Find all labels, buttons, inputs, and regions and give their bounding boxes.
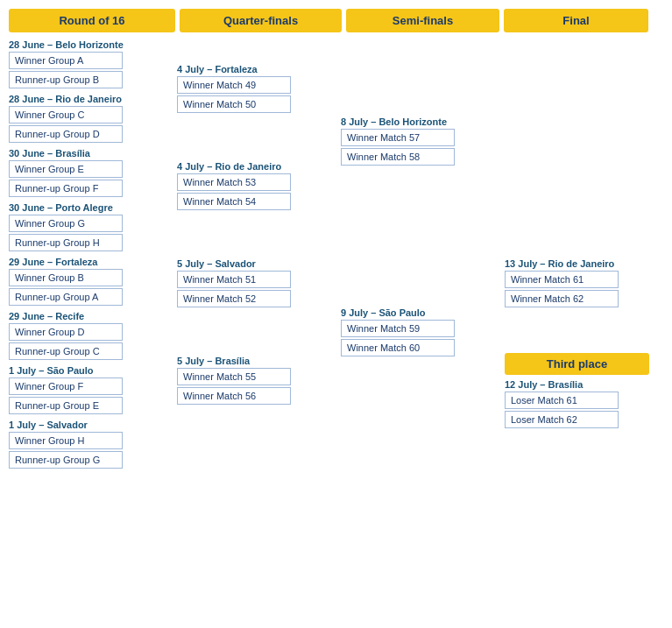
r16-match-5-team1: Winner Group B [9, 269, 123, 286]
qf-match-2: 4 July – Rio de Janeiro Winner Match 53 … [177, 161, 317, 212]
qf-match-3: 5 July – Salvador Winner Match 51 Winner… [177, 258, 317, 309]
r16-match-8-team1: Winner Group H [9, 432, 123, 449]
qf-match-1-location: 4 July – Fortaleza [177, 64, 317, 74]
final-match-team1: Winner Match 61 [505, 271, 619, 288]
header-qf: Quarter-finals [180, 9, 342, 32]
qf-match-1-team2: Winner Match 50 [177, 95, 291, 113]
third-place-section: Third place 12 July – Brasília Loser Mat… [505, 353, 649, 430]
r16-match-3-team1: Winner Group E [9, 160, 123, 178]
r16-match-2: 28 June – Rio de Janeiro Winner Group C … [9, 94, 153, 145]
qf-match-3-location: 5 July – Salvador [177, 258, 317, 269]
qf-match-3-team2: Winner Match 52 [177, 290, 291, 307]
third-place-team1: Loser Match 61 [505, 392, 619, 409]
header-final: Final [504, 9, 648, 32]
conn-r16-qf-top [158, 39, 177, 470]
qf-match-2-team2: Winner Match 54 [177, 193, 291, 210]
r16-match-2-team2: Runner-up Group D [9, 125, 123, 143]
sf-match-1-location: 8 July – Belo Horizonte [341, 116, 481, 127]
r16-match-6-team1: Winner Group D [9, 323, 123, 341]
sf-match-2-location: 9 July – São Paulo [341, 307, 481, 318]
r16-match-4-location: 30 June – Porto Alegre [9, 202, 153, 213]
r16-match-1-team2: Runner-up Group B [9, 71, 123, 88]
bracket-container: Round of 16 Quarter-finals Semi-finals F… [0, 0, 672, 479]
r16-match-5-team2: Runner-up Group A [9, 288, 123, 306]
third-place-banner: Third place [505, 353, 649, 375]
third-place-location: 12 July – Brasília [505, 379, 649, 390]
r16-match-6-team2: Runner-up Group C [9, 342, 123, 360]
qf-match-2-location: 4 July – Rio de Janeiro [177, 161, 317, 172]
qf-column: 4 July – Fortaleza Winner Match 49 Winne… [177, 39, 322, 470]
final-match-team2: Winner Match 62 [505, 290, 619, 307]
header-r16: Round of 16 [9, 9, 175, 32]
r16-match-7-team2: Runner-up Group E [9, 397, 123, 414]
bracket-area: 28 June – Belo Horizonte Winner Group A … [9, 39, 657, 470]
qf-match-3-team1: Winner Match 51 [177, 271, 291, 288]
r16-match-8: 1 July – Salvador Winner Group H Runner-… [9, 420, 153, 470]
final-match: 13 July – Rio de Janeiro Winner Match 61… [505, 258, 649, 309]
r16-column: 28 June – Belo Horizonte Winner Group A … [9, 39, 158, 470]
conn-qf-sf [322, 39, 341, 470]
r16-match-4-team1: Winner Group G [9, 215, 123, 232]
sf-match-1-team2: Winner Match 58 [341, 148, 455, 166]
header-sf: Semi-finals [346, 9, 499, 32]
r16-match-7-location: 1 July – São Paulo [9, 365, 153, 376]
qf-match-4-team1: Winner Match 55 [177, 368, 291, 385]
r16-match-4-team2: Runner-up Group H [9, 234, 123, 251]
sf-match-2: 9 July – São Paulo Winner Match 59 Winne… [341, 307, 481, 358]
r16-match-7: 1 July – São Paulo Winner Group F Runner… [9, 365, 153, 416]
r16-match-7-team1: Winner Group F [9, 378, 123, 395]
qf-match-1: 4 July – Fortaleza Winner Match 49 Winne… [177, 64, 317, 115]
third-place-team2: Loser Match 62 [505, 411, 619, 428]
r16-match-1-team1: Winner Group A [9, 52, 123, 69]
r16-match-4: 30 June – Porto Alegre Winner Group G Ru… [9, 202, 153, 253]
qf-match-4: 5 July – Brasília Winner Match 55 Winner… [177, 356, 317, 406]
sf-match-1-team1: Winner Match 57 [341, 129, 455, 146]
final-column: 13 July – Rio de Janeiro Winner Match 61… [505, 39, 649, 470]
conn-r16-qf-top-svg [158, 39, 177, 470]
qf-match-4-team2: Winner Match 56 [177, 387, 291, 405]
r16-match-6-location: 29 June – Recife [9, 311, 153, 321]
qf-match-4-location: 5 July – Brasília [177, 356, 317, 366]
r16-match-3-location: 30 June – Brasília [9, 148, 153, 159]
round-headers: Round of 16 Quarter-finals Semi-finals F… [9, 9, 663, 32]
r16-match-8-location: 1 July – Salvador [9, 420, 153, 430]
r16-match-3: 30 June – Brasília Winner Group E Runner… [9, 148, 153, 199]
bracket-columns: 28 June – Belo Horizonte Winner Group A … [9, 39, 657, 470]
r16-match-1: 28 June – Belo Horizonte Winner Group A … [9, 39, 153, 90]
sf-column: 8 July – Belo Horizonte Winner Match 57 … [341, 39, 485, 470]
sf-match-1: 8 July – Belo Horizonte Winner Match 57 … [341, 116, 481, 167]
qf-match-1-team1: Winner Match 49 [177, 76, 291, 94]
r16-match-5-location: 29 June – Fortaleza [9, 257, 153, 267]
conn-sf-final [485, 39, 505, 470]
r16-match-6: 29 June – Recife Winner Group D Runner-u… [9, 311, 153, 362]
r16-match-5: 29 June – Fortaleza Winner Group B Runne… [9, 257, 153, 307]
sf-match-2-team2: Winner Match 60 [341, 339, 455, 356]
qf-match-2-team1: Winner Match 53 [177, 173, 291, 191]
r16-match-3-team2: Runner-up Group F [9, 180, 123, 197]
sf-match-2-team1: Winner Match 59 [341, 320, 455, 337]
r16-match-8-team2: Runner-up Group G [9, 451, 123, 469]
final-match-location: 13 July – Rio de Janeiro [505, 258, 649, 269]
r16-match-2-team1: Winner Group C [9, 106, 123, 123]
r16-match-2-location: 28 June – Rio de Janeiro [9, 94, 153, 104]
r16-match-1-location: 28 June – Belo Horizonte [9, 39, 153, 50]
